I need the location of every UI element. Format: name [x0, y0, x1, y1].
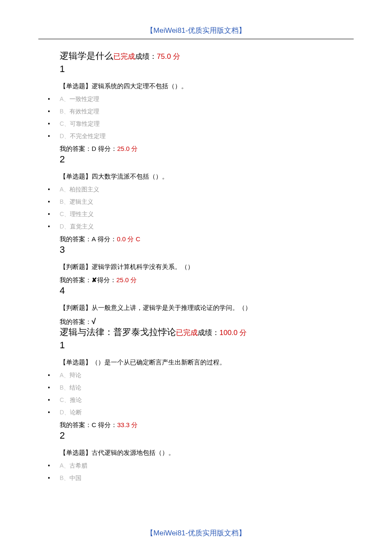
- correct-answer: C: [135, 235, 140, 243]
- option-text: 不完全性定理: [70, 133, 106, 139]
- section-name: 逻辑与法律：普罗泰戈拉悖论: [60, 327, 176, 337]
- question-text: 【单选题】（）是一个从已确定断言产生出新断言的过程。: [60, 358, 354, 367]
- option-item: A、一致性定理: [38, 95, 354, 103]
- option-letter: B、: [60, 474, 69, 481]
- option-letter: C、: [60, 120, 70, 127]
- options-list: A、古希腊 B、中国: [38, 462, 354, 482]
- option-text: 有效性定理: [69, 108, 99, 115]
- option-text: 一致性定理: [69, 96, 99, 102]
- my-answer: 我的答案：A 得分：0.0 分 C: [60, 235, 354, 243]
- option-text: 结论: [69, 384, 81, 391]
- option-text: 柏拉图主义: [69, 186, 99, 193]
- question-text: 【单选题】古代逻辑的发源地包括（）。: [60, 449, 354, 457]
- my-answer: 我的答案：D 得分：25.0 分: [60, 145, 354, 153]
- option-text: 中国: [69, 475, 81, 481]
- score-value: 25.0: [116, 276, 129, 283]
- question-text: 【判断题】逻辑学跟计算机科学没有关系。（）: [60, 263, 354, 271]
- score-unit: 分: [126, 235, 135, 243]
- option-letter: C、: [60, 396, 70, 403]
- answer-prefix: 我的答案：: [60, 276, 92, 283]
- answer-letter: A: [92, 235, 96, 243]
- section-title: 逻辑学是什么已完成成绩：75.0 分: [60, 50, 354, 62]
- question-number: 2: [60, 154, 354, 165]
- option-text: 可靠性定理: [70, 121, 100, 127]
- score-value: 33.3: [117, 421, 130, 428]
- option-item: B、有效性定理: [38, 108, 354, 116]
- option-item: C、可靠性定理: [38, 120, 354, 128]
- score-label: 得分：: [96, 145, 117, 152]
- section-name: 逻辑学是什么: [60, 51, 113, 61]
- option-letter: D、: [60, 409, 70, 416]
- option-item: B、逻辑主义: [38, 198, 354, 206]
- score-unit: 分: [129, 276, 137, 283]
- cross-icon: ✘: [92, 276, 97, 283]
- score-value: 25.0: [117, 145, 130, 152]
- option-text: 论断: [70, 409, 82, 416]
- option-text: 逻辑主义: [69, 199, 93, 205]
- options-list: A、一致性定理 B、有效性定理 C、可靠性定理 D、不完全性定理: [38, 95, 354, 140]
- score-label: 成绩：: [198, 329, 219, 337]
- question-number: 3: [60, 244, 354, 255]
- option-letter: B、: [60, 384, 69, 391]
- question-text: 【判断题】从一般意义上讲，逻辑学是关于推理或论证的学问。（）: [60, 304, 354, 312]
- option-letter: A、: [60, 372, 69, 379]
- question-number: 1: [60, 340, 354, 351]
- option-letter: B、: [60, 198, 69, 205]
- document-page: 【MeiWei81-优质实用版文档】 逻辑学是什么已完成成绩：75.0 分 1 …: [0, 0, 392, 555]
- my-answer: 我的答案：√: [60, 317, 354, 326]
- option-text: 理性主义: [70, 211, 94, 217]
- score-value: 100.0: [219, 329, 238, 337]
- score-label: 得分：: [97, 276, 116, 283]
- answer-prefix: 我的答案：: [60, 235, 92, 243]
- my-answer: 我的答案：C 得分：33.3 分: [60, 421, 354, 429]
- check-icon: √: [92, 317, 96, 326]
- option-text: 辩论: [69, 372, 81, 379]
- question-number: 1: [60, 64, 354, 75]
- answer-letter: D: [92, 145, 96, 152]
- answer-letter: C: [92, 421, 96, 428]
- option-letter: A、: [60, 95, 69, 102]
- score-unit: 分: [130, 145, 138, 152]
- page-footer: 【MeiWei81-优质实用版文档】: [0, 528, 392, 538]
- option-item: C、理性主义: [38, 211, 354, 218]
- question-text: 【单选题】四大数学流派不包括（）。: [60, 173, 354, 181]
- score-label: 得分：: [96, 235, 117, 243]
- option-item: B、中国: [38, 474, 354, 482]
- option-letter: D、: [60, 133, 70, 139]
- option-text: 直觉主义: [70, 223, 94, 230]
- answer-prefix: 我的答案：: [60, 318, 92, 325]
- option-letter: B、: [60, 108, 69, 115]
- score-label: 成绩：: [135, 52, 157, 61]
- option-letter: A、: [60, 462, 69, 469]
- option-letter: D、: [60, 223, 70, 230]
- option-item: D、论断: [38, 409, 354, 416]
- option-item: D、直觉主义: [38, 223, 354, 231]
- page-header: 【MeiWei81-优质实用版文档】: [38, 26, 354, 39]
- question-number: 2: [60, 430, 354, 441]
- option-item: D、不完全性定理: [38, 133, 354, 140]
- options-list: A、辩论 B、结论 C、推论 D、论断: [38, 372, 354, 416]
- option-item: A、古希腊: [38, 462, 354, 470]
- section-title: 逻辑与法律：普罗泰戈拉悖论已完成成绩：100.0 分: [60, 326, 354, 338]
- answer-prefix: 我的答案：: [60, 421, 92, 428]
- score-label: 得分：: [96, 421, 117, 428]
- document-content: 逻辑学是什么已完成成绩：75.0 分 1 【单选题】逻辑系统的四大定理不包括（）…: [38, 50, 354, 482]
- score-unit: 分: [130, 421, 138, 428]
- score-value: 75.0: [157, 52, 171, 61]
- my-answer: 我的答案：✘得分：25.0 分: [60, 276, 354, 284]
- score-unit: 分: [171, 52, 180, 61]
- option-text: 推论: [70, 397, 82, 403]
- option-item: B、结论: [38, 384, 354, 392]
- option-item: A、柏拉图主义: [38, 186, 354, 194]
- completed-label: 已完成: [176, 329, 198, 337]
- option-letter: C、: [60, 211, 70, 217]
- option-item: A、辩论: [38, 372, 354, 379]
- option-letter: A、: [60, 186, 69, 193]
- score-value: 0.0: [117, 235, 126, 243]
- score-unit: 分: [238, 329, 247, 337]
- option-item: C、推论: [38, 396, 354, 404]
- question-text: 【单选题】逻辑系统的四大定理不包括（）。: [60, 82, 354, 90]
- option-text: 古希腊: [69, 462, 87, 469]
- question-number: 4: [60, 285, 354, 296]
- options-list: A、柏拉图主义 B、逻辑主义 C、理性主义 D、直觉主义: [38, 186, 354, 231]
